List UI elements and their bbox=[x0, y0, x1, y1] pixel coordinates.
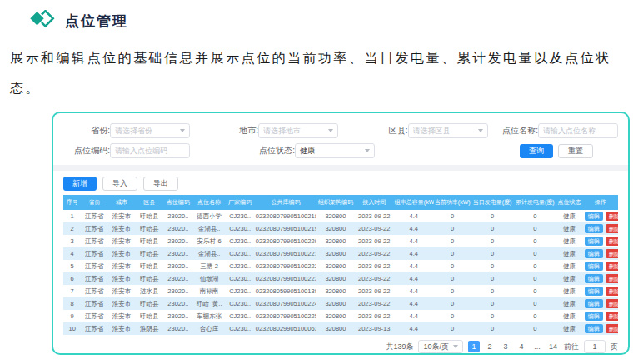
import-button[interactable]: 导入 bbox=[102, 177, 137, 191]
point-code-label: 点位编码: bbox=[63, 145, 110, 157]
table-cell: 0 bbox=[434, 260, 471, 272]
page-size-select[interactable]: 10条/页 bbox=[418, 340, 463, 353]
table-cell: 淮安市 bbox=[107, 247, 135, 260]
column-header: 序号 bbox=[63, 195, 81, 210]
table-cell: 0 bbox=[514, 247, 556, 260]
table-cell: 4.4 bbox=[394, 297, 434, 310]
chevron-down-icon bbox=[180, 129, 185, 132]
table-cell: 023208079905100219 bbox=[255, 222, 317, 235]
table-cell: 0 bbox=[434, 222, 471, 235]
delete-button[interactable]: 删除 bbox=[606, 274, 618, 283]
table-row: 9江苏省淮安市盱眙县23020..车棚东张CJ230..023208079905… bbox=[63, 310, 618, 322]
table-cell: CJ230.. bbox=[225, 247, 254, 260]
delete-button[interactable]: 删除 bbox=[606, 287, 618, 296]
table-cell: 健康 bbox=[556, 235, 582, 247]
table-cell: 江苏省 bbox=[81, 260, 107, 272]
delete-button[interactable]: 删除 bbox=[606, 212, 618, 221]
table-cell: 盱眙县 bbox=[136, 247, 163, 260]
table-cell: 0 bbox=[434, 247, 471, 260]
table-cell: 淮安市 bbox=[107, 260, 135, 272]
edit-button[interactable]: 编辑 bbox=[585, 274, 603, 283]
delete-button[interactable]: 删除 bbox=[606, 312, 618, 321]
province-label: 省份: bbox=[63, 125, 110, 137]
goto-page-input[interactable]: 1 bbox=[584, 340, 606, 353]
table-cell: 江苏省 bbox=[81, 297, 107, 310]
edit-button[interactable]: 编辑 bbox=[585, 212, 603, 221]
table-cell: 23020.. bbox=[163, 260, 193, 272]
export-button[interactable]: 导出 bbox=[143, 177, 178, 191]
table-cell: 2023-09-22 bbox=[355, 222, 394, 235]
delete-button[interactable]: 删除 bbox=[606, 299, 618, 308]
column-header: 点位编码 bbox=[163, 195, 193, 210]
table-cell: 4.4 bbox=[394, 222, 434, 235]
column-header: 省份 bbox=[81, 195, 107, 210]
filter-row-2: 点位编码: 请输入点位编码 点位状态: 健康 查询 重置 bbox=[63, 143, 618, 158]
edit-button[interactable]: 编辑 bbox=[585, 262, 603, 271]
table-cell: 淮安市 bbox=[107, 322, 135, 335]
page-number[interactable]: 14 bbox=[547, 341, 559, 352]
table-row: 7江苏省淮安市涟水县23020..南禄南CJ230..0232080599051… bbox=[63, 285, 618, 297]
page-description: 展示和编辑点位的基础信息并展示点位的当前功率、当日发电量、累计发电量以及点位状态… bbox=[10, 43, 631, 103]
table-cell: 320800 bbox=[316, 222, 354, 235]
district-label: 区县: bbox=[361, 125, 408, 137]
edit-button[interactable]: 编辑 bbox=[585, 299, 603, 308]
table-cell: 4.4 bbox=[394, 235, 434, 247]
point-name-label: 点位名称: bbox=[491, 125, 538, 137]
page-number[interactable]: 4 bbox=[516, 341, 527, 352]
table-cell: 0 bbox=[434, 310, 471, 322]
table-cell: 健康 bbox=[556, 297, 582, 310]
delete-button[interactable]: 删除 bbox=[606, 262, 618, 271]
table-toolbar: 新增 导入 导出 bbox=[63, 177, 618, 191]
table-row: 4江苏省淮安市盱眙县23020..金湖县..CJ230..02320807990… bbox=[63, 247, 618, 260]
table-cell: CJ230.. bbox=[225, 235, 254, 247]
table-cell: 4.4 bbox=[394, 247, 434, 260]
search-button[interactable]: 查询 bbox=[520, 144, 553, 158]
page-number[interactable]: 3 bbox=[500, 341, 511, 352]
table-cell: 0 bbox=[471, 210, 513, 222]
district-select[interactable]: 请选择区县 bbox=[408, 123, 488, 138]
add-button[interactable]: 新增 bbox=[63, 177, 97, 191]
province-select[interactable]: 请选择省份 bbox=[110, 123, 190, 138]
filter-point-code: 点位编码: 请输入点位编码 bbox=[63, 143, 190, 158]
page-number[interactable]: 2 bbox=[484, 341, 496, 352]
table-cell: 0 bbox=[434, 297, 471, 310]
table-cell: CJ230.. bbox=[225, 260, 254, 272]
city-label: 地市: bbox=[212, 125, 258, 137]
edit-button[interactable]: 编辑 bbox=[585, 312, 603, 321]
actions-cell: 编辑删除 bbox=[582, 322, 618, 335]
table-cell: 车棚东张 bbox=[193, 310, 226, 322]
reset-button[interactable]: 重置 bbox=[558, 144, 593, 158]
chevron-down-icon bbox=[478, 129, 483, 132]
table-cell: 0 bbox=[514, 285, 556, 297]
edit-button[interactable]: 编辑 bbox=[585, 287, 603, 296]
page-list: 1234...14 bbox=[468, 341, 559, 352]
table-row: 3江苏省淮安市盱眙县23020..安乐村-6CJ230..02320807990… bbox=[63, 235, 618, 247]
page-number[interactable]: 1 bbox=[468, 341, 480, 352]
table-cell: 23020.. bbox=[163, 272, 193, 285]
delete-button[interactable]: 删除 bbox=[606, 324, 618, 333]
edit-button[interactable]: 编辑 bbox=[585, 249, 603, 258]
point-code-input[interactable]: 请输入点位编码 bbox=[110, 143, 190, 158]
column-header: 当日发电量(度) bbox=[471, 195, 513, 210]
table-cell: 江苏省 bbox=[81, 222, 107, 235]
city-select[interactable]: 请选择地市 bbox=[258, 123, 338, 138]
point-name-input[interactable]: 请输入点位名称 bbox=[538, 123, 618, 138]
point-status-select[interactable]: 健康 bbox=[295, 143, 375, 158]
actions-cell: 编辑删除 bbox=[582, 210, 618, 222]
filter-form: 省份: 请选择省份 地市: 请选择地市 区县: bbox=[63, 123, 618, 158]
delete-button[interactable]: 删除 bbox=[606, 224, 618, 233]
delete-button[interactable]: 删除 bbox=[606, 237, 618, 246]
edit-button[interactable]: 编辑 bbox=[585, 224, 603, 233]
actions-cell: 编辑删除 bbox=[582, 247, 618, 260]
table-cell: 0 bbox=[471, 235, 513, 247]
table-cell: 盱眙县 bbox=[136, 222, 163, 235]
chevron-down-icon bbox=[365, 149, 370, 152]
table-cell: 金湖县.. bbox=[193, 222, 226, 235]
edit-button[interactable]: 编辑 bbox=[585, 237, 603, 246]
table-cell: 9 bbox=[63, 310, 81, 322]
table-cell: 安乐村-6 bbox=[193, 235, 226, 247]
edit-button[interactable]: 编辑 bbox=[585, 324, 603, 333]
delete-button[interactable]: 删除 bbox=[606, 249, 618, 258]
actions-cell: 编辑删除 bbox=[582, 222, 618, 235]
table-cell: 2023-09-22 bbox=[355, 310, 394, 322]
